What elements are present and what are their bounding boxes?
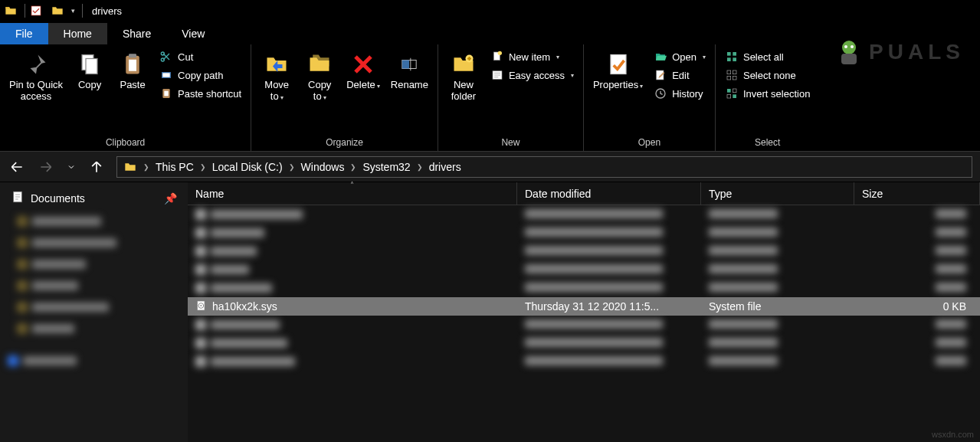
- easyaccess-icon: [490, 68, 504, 82]
- cut-label: Cut: [178, 51, 193, 63]
- open-icon: [654, 50, 667, 64]
- file-date: Thursday 31 12 2020 11:5...: [517, 300, 701, 313]
- column-size[interactable]: Size: [854, 182, 980, 205]
- table-row[interactable]: [188, 279, 980, 297]
- crumb-system32[interactable]: System32: [359, 161, 413, 173]
- crumb-localdisk[interactable]: Local Disk (C:): [209, 161, 286, 173]
- moveto-button[interactable]: Move to▾: [257, 47, 296, 106]
- svg-point-36: [844, 45, 847, 48]
- group-clipboard: Pin to Quick access Copy Paste Cut: [0, 44, 251, 151]
- pasteshortcut-button[interactable]: Paste shortcut: [156, 86, 244, 101]
- selectnone-button[interactable]: Select none: [722, 67, 813, 83]
- invert-icon: [725, 87, 739, 100]
- selectall-button[interactable]: Select all: [722, 49, 813, 64]
- tab-home[interactable]: Home: [48, 23, 107, 44]
- tab-share[interactable]: Share: [107, 23, 166, 44]
- properties-button[interactable]: Properties▾: [590, 47, 646, 94]
- chevron-right-icon[interactable]: ❯: [140, 163, 152, 171]
- crumb-windows[interactable]: Windows: [298, 161, 348, 173]
- chevron-right-icon[interactable]: ❯: [286, 163, 298, 171]
- qat-dropdown-icon[interactable]: ▾: [71, 7, 79, 15]
- table-row[interactable]: [188, 242, 980, 260]
- svg-point-17: [498, 51, 502, 55]
- copyto-button[interactable]: Copy to▾: [300, 47, 339, 106]
- svg-rect-22: [727, 52, 731, 56]
- sidebar-documents-label: Documents: [31, 192, 85, 205]
- back-button[interactable]: [8, 158, 26, 176]
- svg-rect-0: [31, 6, 41, 15]
- up-button[interactable]: [87, 158, 106, 176]
- copy-button[interactable]: Copy: [70, 47, 109, 94]
- history-button[interactable]: History: [651, 86, 709, 101]
- scissors-icon: [159, 50, 173, 64]
- column-size-label: Size: [862, 188, 883, 200]
- copypath-button[interactable]: Copy path: [156, 67, 244, 83]
- separator: [25, 4, 25, 18]
- column-type[interactable]: Type: [701, 182, 854, 205]
- open-button[interactable]: Open▾: [651, 49, 709, 64]
- breadcrumb-folder-icon[interactable]: [120, 161, 140, 173]
- chevron-right-icon[interactable]: ❯: [197, 163, 209, 171]
- properties-label: Properties▾: [593, 80, 643, 91]
- qat-properties-icon[interactable]: [28, 3, 44, 18]
- easyaccess-label: Easy access: [509, 70, 565, 81]
- file-name: ha10kx2k.sys: [212, 300, 277, 313]
- crumb-thispc[interactable]: This PC: [152, 161, 197, 173]
- qat-newfolder-icon[interactable]: [50, 3, 65, 18]
- pin-icon: 📌: [164, 192, 177, 205]
- table-row[interactable]: [188, 316, 980, 334]
- column-date[interactable]: Date modified: [517, 182, 701, 205]
- group-select-label: Select: [755, 135, 780, 149]
- pin-to-quick-access-button[interactable]: Pin to Quick access: [6, 47, 66, 106]
- rename-button[interactable]: Rename: [388, 47, 431, 94]
- tab-view[interactable]: View: [166, 23, 220, 44]
- svg-rect-33: [733, 94, 736, 98]
- watermark: PUALS: [834, 37, 965, 67]
- cut-button[interactable]: Cut: [156, 49, 244, 64]
- svg-point-37: [851, 45, 854, 48]
- svg-rect-4: [129, 54, 136, 57]
- newfolder-button[interactable]: New folder: [444, 47, 483, 106]
- svg-rect-24: [727, 57, 731, 61]
- invertselection-button[interactable]: Invert selection: [722, 86, 813, 101]
- crumb-drivers[interactable]: drivers: [426, 161, 464, 173]
- table-row[interactable]: [188, 352, 980, 371]
- forward-button[interactable]: [37, 158, 55, 176]
- table-row[interactable]: [188, 205, 980, 224]
- edit-button[interactable]: Edit: [651, 67, 709, 83]
- watermark-text: PUALS: [869, 40, 965, 64]
- column-name-label: Name: [195, 188, 224, 200]
- paste-button[interactable]: Paste: [113, 47, 152, 94]
- recent-dropdown-button[interactable]: [66, 158, 77, 176]
- group-organize: Move to▾ Copy to▾ Delete▾ Rename: [251, 44, 438, 151]
- breadcrumb[interactable]: ❯ This PC ❯ Local Disk (C:) ❯ Windows ❯ …: [116, 156, 972, 178]
- svg-rect-11: [164, 91, 168, 97]
- table-row[interactable]: [188, 224, 980, 242]
- table-row-selected[interactable]: ha10kx2k.sys Thursday 31 12 2020 11:5...…: [188, 297, 980, 316]
- chevron-right-icon[interactable]: ❯: [347, 163, 359, 171]
- sidebar: Documents 📌: [0, 182, 188, 442]
- sidebar-item-documents[interactable]: Documents 📌: [8, 187, 180, 209]
- column-name[interactable]: ˄ Name: [188, 182, 517, 205]
- file-sys-icon: [195, 300, 208, 314]
- easyaccess-button[interactable]: Easy access▾: [487, 67, 577, 83]
- table-row[interactable]: [188, 334, 980, 352]
- newitem-label: New item: [509, 51, 550, 63]
- properties-icon: [605, 51, 632, 78]
- edit-label: Edit: [672, 70, 689, 81]
- delete-button[interactable]: Delete▾: [343, 47, 383, 94]
- column-headers: ˄ Name Date modified Type Size: [188, 182, 980, 205]
- file-type: System file: [701, 300, 854, 313]
- svg-rect-29: [733, 76, 736, 80]
- newitem-button[interactable]: New item▾: [487, 49, 577, 64]
- selectnone-icon: [725, 68, 739, 82]
- svg-rect-5: [129, 60, 136, 71]
- table-row[interactable]: [188, 260, 980, 279]
- tab-file[interactable]: File: [0, 23, 48, 44]
- chevron-right-icon[interactable]: ❯: [414, 163, 426, 171]
- group-open: Properties▾ Open▾ Edit History Open: [584, 44, 716, 151]
- svg-rect-9: [162, 73, 169, 77]
- rename-icon: [395, 51, 423, 78]
- newfolder-label: New folder: [451, 80, 477, 103]
- copy-icon: [76, 51, 103, 78]
